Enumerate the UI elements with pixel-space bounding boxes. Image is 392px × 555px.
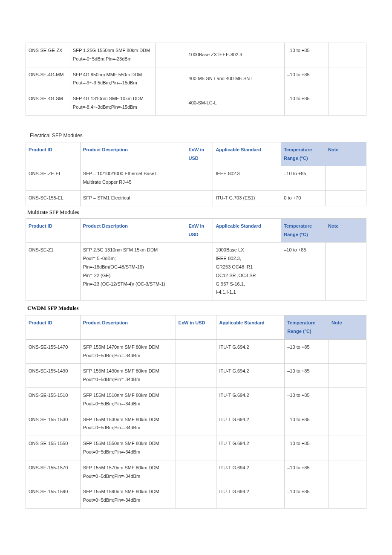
col-temp: Temperature Range (°C) [285, 315, 329, 340]
cell-note [329, 364, 366, 388]
table-row: ONS-SE-GE-ZXSFP 1.25G 1550nm SMF 80km DD… [26, 43, 366, 67]
cell-standard: 1000Base LXIEEE-802.3,GR253 OC48 IR1OC12… [213, 243, 281, 301]
table-row: ONS-SE-Z1SFP 2.5G 1310nm SFM 15km DDMPou… [26, 243, 366, 301]
table-row: ONS-SE-155-1570SFP 155M 1570nm SMF 80km … [26, 460, 366, 484]
section-title-electrical: Electrical SFP Modules [30, 133, 366, 139]
cell-product-desc: SFP – 10/100/1000 Ethernet BaseTMultirat… [80, 166, 186, 191]
cell-standard: ITU-T G.694.2 [216, 339, 285, 364]
table-row: ONS-SE-155-1590SFP 155M 1590nm SMF 80km … [26, 484, 366, 509]
table-row: ONS-SE-155-1510SFP 155M 1510nm SMF 80km … [26, 387, 366, 412]
cell-product-id: ONS-SE-155-1570 [26, 460, 81, 484]
cell-standard: ITU-T G.703 (ES1) [213, 190, 281, 206]
cell-exw [176, 387, 216, 412]
cell-exw [176, 339, 216, 364]
cell-product-desc: SFP 2.5G 1310nm SFM 15km DDMPout=-5~0dBm… [80, 243, 186, 301]
cell-standard: ITU-T G.694.2 [216, 412, 285, 436]
cell-note [326, 190, 366, 206]
col-standard: Applicable Standard [216, 315, 285, 340]
cell-exw [176, 412, 216, 436]
multirate-sfp-table: Product ID Product Description ExW in US… [26, 218, 366, 301]
section-title-cwdm: CWDM SFP Modules [27, 305, 366, 312]
col-product-id: Product ID [26, 218, 81, 243]
col-temp: Temperature Range (°C) [281, 218, 326, 243]
cell-note [329, 484, 366, 509]
cell-product-id: ONS-SE-155-1470 [26, 339, 81, 364]
cell-exw [176, 484, 216, 509]
cell-note [329, 91, 366, 116]
col-note: Note [326, 218, 366, 243]
cell-temp: 0 to +70 [281, 190, 326, 206]
cell-temp: –10 to +85 [285, 364, 329, 388]
cell-exw [186, 166, 213, 191]
cell-exw [155, 91, 186, 116]
cell-exw [176, 460, 216, 484]
col-product-desc: Product Description [80, 315, 176, 340]
cell-note [329, 339, 366, 364]
cell-standard: 400-SM-LC-L [186, 91, 285, 116]
col-standard: Applicable Standard [213, 142, 281, 166]
cwdm-sfp-table: Product ID Product Description ExW in US… [26, 315, 366, 509]
cell-standard: 400-M5-SN-I and 400-M6-SN-I [186, 67, 285, 91]
table-row: ONS-SE-155-1490SFP 155M 1490nm SMF 80km … [26, 364, 366, 388]
table-header-row: Product ID Product Description ExW in US… [26, 315, 366, 340]
cell-product-desc: SFP 155M 1470nm SMF 80km DDMPout=0~5dBm;… [80, 339, 176, 364]
cell-temp: –10 to +85 [285, 43, 329, 67]
col-temp: Temperature Range (°C) [281, 142, 326, 166]
cell-product-desc: SFP 155M 1570nm SMF 80km DDMPout=0~5dBm;… [80, 460, 176, 484]
table-row: ONS-SE-155-1530SFP 155M 1530nm SMF 80km … [26, 412, 366, 436]
section-title-multirate: Multirate SFP Modules [27, 209, 366, 216]
cell-product-desc: SFP 4G 850nm MMF 550m DDMPout=-9~-3.5dBm… [70, 67, 155, 91]
cell-note [329, 43, 366, 67]
col-exw: ExW in USD [176, 315, 216, 340]
cell-temp: –10 to +85 [285, 436, 329, 460]
document-page: ONS-SE-GE-ZXSFP 1.25G 1550nm SMF 80km DD… [0, 0, 392, 555]
table-row: ONS-SE-155-1550SFP 155M 1550nm SMF 80km … [26, 436, 366, 460]
cell-temp: –10 to +85 [285, 91, 329, 116]
cell-note [326, 166, 366, 191]
table-row: ONS-SE-155-1470SFP 155M 1470nm SMF 80km … [26, 339, 366, 364]
cell-product-desc: SFP 155M 1510nm SMF 80km DDMPout=0~5dBm;… [80, 387, 176, 412]
cell-product-id: ONS-SE-Z1 [26, 243, 81, 301]
cell-exw [155, 43, 186, 67]
cell-temp: –10 to +85 [285, 460, 329, 484]
col-exw: ExW in USD [186, 142, 213, 166]
cell-standard: ITU-T G.694.2 [216, 460, 285, 484]
cell-product-desc: SFP 155M 1550nm SMF 80km DDMPout=0~5dBm;… [80, 436, 176, 460]
cell-exw [155, 67, 186, 91]
cell-note [326, 243, 366, 301]
cell-product-id: ONS-SE-155-1550 [26, 436, 81, 460]
cell-standard: ITU-T G.694.2 [216, 484, 285, 509]
cell-note [329, 412, 366, 436]
cell-product-desc: SFP 1.25G 1550nm SMF 80km DDMPout=-0~5dB… [70, 43, 155, 67]
cell-note [329, 436, 366, 460]
cell-temp: –10 to +85 [281, 166, 326, 191]
cell-standard: ITU-T G.694.2 [216, 436, 285, 460]
cell-temp: –10 to +85 [285, 67, 329, 91]
cell-product-desc: SFP 155M 1530nm SMF 80km DDMPout=0~5dBm;… [80, 412, 176, 436]
cell-exw [176, 364, 216, 388]
col-note: Note [329, 315, 366, 340]
cell-note [329, 387, 366, 412]
cell-temp: –10 to +85 [285, 412, 329, 436]
table-header-row: Product ID Product Description ExW in US… [26, 218, 366, 243]
cell-temp: –10 to +85 [285, 484, 329, 509]
table-row: ONS-SE-4G-SMSFP 4G 1310nm SMF 10km DDMPo… [26, 91, 366, 116]
cell-temp: –10 to +85 [285, 387, 329, 412]
col-product-desc: Product Description [80, 218, 186, 243]
cell-product-id: ONS-SE-ZE-EL [26, 166, 81, 191]
cell-note [329, 67, 366, 91]
col-standard: Applicable Standard [213, 218, 281, 243]
cell-product-id: ONS-SE-155-1590 [26, 484, 81, 509]
cell-product-desc: SFP – STM1 Electrical [80, 190, 186, 206]
cell-product-id: ONS-SE-155-1510 [26, 387, 81, 412]
cell-standard: IEEE-802.3 [213, 166, 281, 191]
cell-standard: ITU-T G.694.2 [216, 364, 285, 388]
cell-standard: 1000Base ZX IEEE-802.3 [186, 43, 285, 67]
table-row: ONS-SE-ZE-ELSFP – 10/100/1000 Ethernet B… [26, 166, 366, 191]
col-exw: ExW in USD [186, 218, 213, 243]
cell-exw [186, 243, 213, 301]
cell-temp: –10 to +85 [285, 339, 329, 364]
cell-product-desc: SFP 155M 1490nm SMF 80km DDMPout=0~5dBm;… [80, 364, 176, 388]
cell-product-desc: SFP 155M 1590nm SMF 80km DDMPout=0~5dBm;… [80, 484, 176, 509]
table-row: ONS-SC-155-ELSFP – STM1 ElectricalITU-T … [26, 190, 366, 206]
